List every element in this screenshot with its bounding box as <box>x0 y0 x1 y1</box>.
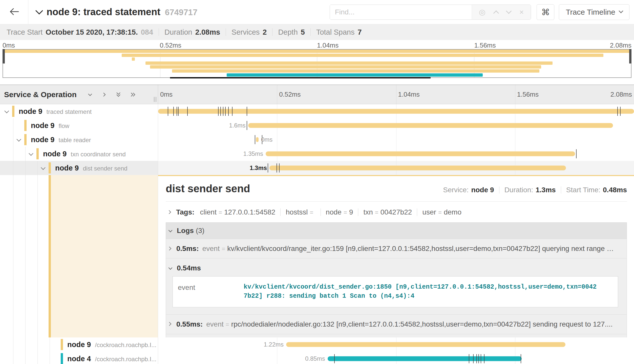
service-operation-title: Service & Operation <box>4 90 77 99</box>
span-row-tree-cell[interactable]: node 9table reader <box>0 133 158 147</box>
span-row-timeline-cell[interactable]: 0ms <box>158 133 634 147</box>
trace-view-selector[interactable]: Trace Timeline <box>559 4 629 20</box>
log-field-key: event <box>206 320 224 328</box>
span-log-tick <box>223 107 223 116</box>
span-row-timeline-cell[interactable]: 1.6ms <box>158 118 634 133</box>
span-row-timeline-cell[interactable]: 1.35ms <box>158 147 634 161</box>
service-color-bar <box>36 148 39 159</box>
log-field-value: kv/kvclient/kvcoord/range_iter.go:159 [n… <box>227 245 614 253</box>
minimap-span-bar <box>145 61 552 65</box>
span-detail-row: dist sender send Service:node 9Duration:… <box>0 175 634 337</box>
tag-key: node <box>326 208 342 216</box>
back-button[interactable] <box>0 0 28 24</box>
log-equals: = <box>222 245 225 252</box>
log-collapse-chevron-icon[interactable] <box>168 266 173 270</box>
span-duration-label: 1.35ms <box>243 150 266 157</box>
span-row-timeline-cell[interactable]: 0.85ms <box>158 352 634 364</box>
log-entry-summary[interactable]: 0.55ms:event=rpc/nodedialer/nodedialer.g… <box>166 320 622 328</box>
span-row-tree-cell[interactable]: node 9traced statement <box>0 104 158 118</box>
span-duration-bar[interactable] <box>248 123 613 128</box>
minimap-left-drag-handle[interactable] <box>3 49 5 63</box>
detail-meta-value: 0.48ms <box>603 186 627 194</box>
trace-view-label: Trace Timeline <box>566 8 615 16</box>
span-row-tree-cell[interactable]: node 9/cockroach.roachpb.I... <box>0 337 158 352</box>
log-entry-summary[interactable]: 0.54ms <box>166 264 622 272</box>
minimap-tick-labels: 0ms0.52ms1.04ms1.56ms2.08ms <box>3 41 631 49</box>
log-field-key: event <box>178 283 244 301</box>
timeline-gridline <box>277 133 277 147</box>
service-name: node 9 <box>43 150 67 158</box>
span-duration-bar[interactable] <box>269 166 566 170</box>
collapse-header-chevron-icon[interactable] <box>35 7 43 14</box>
minimap-canvas[interactable] <box>3 49 631 78</box>
span-duration-bar[interactable] <box>286 342 565 347</box>
trace-minimap: 0ms0.52ms1.04ms1.56ms2.08ms <box>0 41 634 84</box>
logs-header[interactable]: Logs (3) <box>166 223 627 239</box>
timeline-gridline <box>277 352 277 364</box>
indent-guide <box>37 175 38 337</box>
tags-expand-chevron-icon[interactable] <box>167 210 171 214</box>
expand-one-icon[interactable] <box>101 91 108 98</box>
span-row-tree-cell[interactable]: node 4/cockroach.roachpb.I... <box>0 352 158 364</box>
tag-value: demo <box>444 208 461 216</box>
span-duration-bar[interactable] <box>256 137 258 142</box>
collapse-all-icon[interactable] <box>115 91 122 98</box>
span-row-tree-cell[interactable]: node 9txn coordinator send <box>0 147 158 161</box>
next-match-icon[interactable] <box>507 10 511 14</box>
separator <box>499 186 499 194</box>
log-expand-chevron-icon[interactable] <box>167 246 172 250</box>
service-name: node 9 <box>31 121 54 130</box>
row-collapse-chevron-icon[interactable] <box>16 137 21 141</box>
prev-match-icon[interactable] <box>494 10 498 14</box>
timeline-gridline <box>515 133 515 147</box>
span-row: node 9table reader0ms <box>0 133 634 147</box>
log-entry-summary[interactable]: 0.5ms:event=kv/kvclient/kvcoord/range_it… <box>166 245 622 253</box>
span-row: node 9flow1.6ms <box>0 118 634 133</box>
minimap-right-drag-handle[interactable] <box>629 49 631 63</box>
indent-guide <box>50 352 50 364</box>
logs-section: Logs (3) 0.5ms:event=kv/kvclient/kvcoord… <box>166 222 627 349</box>
span-row-tree-cell[interactable]: node 9flow <box>0 118 158 133</box>
span-row-timeline-cell[interactable]: 1.22ms <box>158 337 634 352</box>
span-row: node 9txn coordinator send1.35ms <box>0 147 634 161</box>
span-log-tick <box>232 107 233 116</box>
span-row-timeline-cell[interactable] <box>158 104 634 118</box>
span-row-timeline-cell[interactable]: 1.3ms <box>158 161 634 175</box>
detail-indent-fill <box>49 175 158 337</box>
span-duration-bar[interactable] <box>158 109 634 114</box>
span-row-tree-cell[interactable]: node 9dist sender send <box>0 161 158 175</box>
collapse-one-icon[interactable] <box>87 91 93 98</box>
find-input[interactable] <box>330 5 472 19</box>
keyboard-shortcuts-button[interactable]: ⌘ <box>537 4 554 20</box>
tag-equals: = <box>375 209 378 216</box>
logs-count: (3) <box>196 227 204 235</box>
span-log-tick <box>247 107 247 116</box>
log-field-value-monospace: kv/kvclient/kvcoord/dist_sender.go:1850 … <box>244 283 598 301</box>
expand-all-icon[interactable] <box>129 91 137 98</box>
indent-guide <box>25 175 26 337</box>
timeline-ruler: 0ms0.52ms1.04ms1.56ms2.08ms <box>158 85 634 104</box>
minimap-scroll-indicator <box>170 77 431 78</box>
row-collapse-chevron-icon[interactable] <box>41 165 45 170</box>
span-duration-bar[interactable] <box>266 152 575 156</box>
span-rows-bottom: node 9/cockroach.roachpb.I...1.22msnode … <box>0 337 634 364</box>
indent-guide <box>37 337 38 352</box>
tag-value: 9 <box>349 208 353 216</box>
focus-match-icon[interactable]: ◎ <box>479 8 485 16</box>
column-resizer-handle[interactable] <box>154 97 156 102</box>
row-text: node 9traced statement <box>19 107 92 116</box>
trace-id: 6749717 <box>165 8 197 17</box>
timeline-grid-header: Service & Operation 0ms0.52ms1.04ms1.56m… <box>0 84 634 104</box>
clear-find-icon[interactable]: × <box>519 8 524 16</box>
log-expand-chevron-icon[interactable] <box>167 322 172 326</box>
tags-row[interactable]: Tags: client=127.0.0.1:54582hostssl=node… <box>166 202 627 218</box>
log-entry: 0.5ms:event=kv/kvclient/kvcoord/range_it… <box>166 239 627 258</box>
row-collapse-chevron-icon[interactable] <box>29 151 33 156</box>
row-collapse-chevron-icon[interactable] <box>4 109 9 113</box>
log-field-key: event <box>202 245 220 253</box>
timeline-gridline <box>396 133 396 147</box>
span-duration-bar[interactable] <box>328 356 522 361</box>
app-header: node 9: traced statement 6749717 ◎ × ⌘ T… <box>0 0 634 24</box>
tag-equals: = <box>310 209 313 216</box>
span-duration-label: 1.6ms <box>229 122 248 129</box>
